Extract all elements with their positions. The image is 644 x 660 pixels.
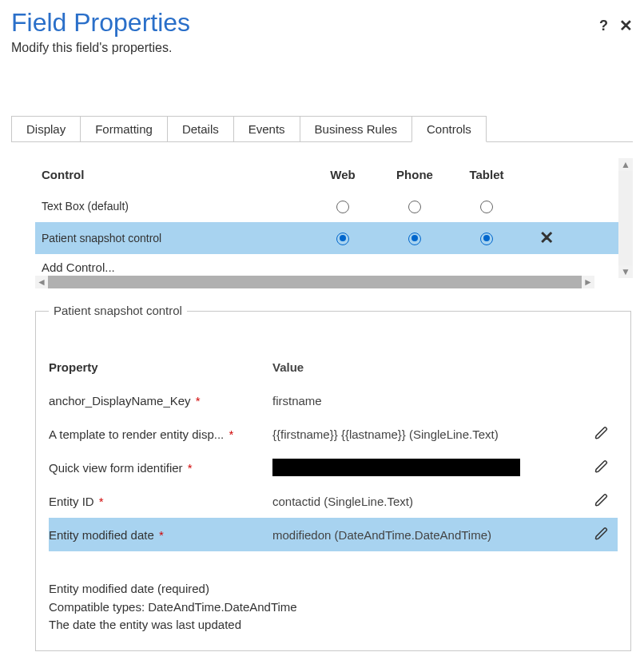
remove-control-icon[interactable]: ✕	[523, 228, 570, 248]
scroll-right-icon[interactable]: ►	[582, 276, 594, 288]
fieldset-legend: Patient snapshot control	[49, 304, 187, 317]
tab-formatting[interactable]: Formatting	[80, 116, 168, 141]
redacted-value	[272, 459, 520, 476]
required-indicator: *	[193, 394, 201, 408]
control-row[interactable]: Text Box (default)	[35, 190, 631, 222]
col-phone: Phone	[379, 168, 451, 181]
property-value: contactid (SingleLine.Text)	[272, 495, 586, 508]
radio-phone[interactable]	[408, 233, 421, 245]
required-indicator: *	[156, 528, 164, 542]
hint-line2: Compatible types: DateAndTime.DateAndTim…	[49, 598, 618, 617]
horizontal-scrollbar[interactable]: ◄ ►	[35, 276, 594, 288]
property-label: anchor_DisplayName_Key *	[49, 394, 272, 408]
col-web: Web	[307, 168, 379, 181]
tab-controls[interactable]: Controls	[411, 116, 487, 142]
hint-line3: The date the entity was last updated	[49, 616, 618, 634]
page-subtitle: Modify this field's properties.	[11, 41, 190, 55]
pencil-icon[interactable]	[594, 497, 609, 510]
add-control-link[interactable]: Add Control...	[35, 254, 631, 274]
property-value: modifiedon (DateAndTime.DateAndTime)	[272, 528, 586, 542]
col-value: Value	[272, 360, 586, 374]
property-value: {{firstname}} {{lastname}} (SingleLine.T…	[272, 427, 586, 441]
required-indicator: *	[185, 461, 193, 475]
col-tablet: Tablet	[451, 168, 523, 181]
property-row[interactable]: Entity ID *contactid (SingleLine.Text)	[49, 484, 618, 518]
col-property: Property	[49, 360, 272, 374]
tab-details[interactable]: Details	[167, 116, 234, 141]
radio-tablet[interactable]	[480, 233, 493, 245]
tab-display[interactable]: Display	[11, 116, 81, 141]
scroll-track-h[interactable]	[48, 276, 582, 288]
hint-line1: Entity modified date (required)	[49, 580, 618, 598]
property-value: firstname	[272, 394, 586, 408]
tabs: DisplayFormattingDetailsEventsBusiness R…	[11, 116, 633, 142]
pencil-icon[interactable]	[594, 531, 609, 543]
col-control: Control	[35, 168, 307, 181]
help-icon[interactable]: ?	[599, 18, 608, 34]
radio-web[interactable]	[336, 233, 349, 245]
control-name: Patient snapshot control	[35, 232, 307, 245]
radio-phone[interactable]	[408, 201, 421, 213]
property-label: A template to render entity disp... *	[49, 427, 272, 441]
radio-web[interactable]	[336, 201, 349, 213]
pencil-icon[interactable]	[594, 463, 609, 476]
pencil-icon[interactable]	[594, 430, 609, 443]
vertical-scrollbar[interactable]: ▲ ▼	[618, 158, 633, 278]
property-row[interactable]: A template to render entity disp... *{{f…	[49, 417, 618, 451]
property-row[interactable]: anchor_DisplayName_Key *firstname	[49, 384, 618, 417]
property-row[interactable]: Quick view form identifier *	[49, 451, 618, 484]
property-fieldset: Patient snapshot control Property Value …	[35, 311, 631, 651]
close-icon[interactable]: ✕	[619, 16, 633, 35]
tab-business-rules[interactable]: Business Rules	[300, 116, 412, 141]
control-name: Text Box (default)	[35, 200, 307, 213]
tab-events[interactable]: Events	[233, 116, 300, 141]
scroll-track[interactable]	[618, 171, 633, 265]
radio-tablet[interactable]	[480, 201, 493, 213]
property-value	[272, 459, 586, 476]
property-row[interactable]: Entity modified date *modifiedon (DateAn…	[49, 518, 618, 551]
control-row[interactable]: Patient snapshot control✕	[35, 222, 631, 254]
scroll-left-icon[interactable]: ◄	[35, 276, 48, 288]
property-label: Entity ID *	[49, 495, 272, 508]
scroll-down-icon[interactable]: ▼	[618, 265, 633, 278]
required-indicator: *	[225, 427, 233, 441]
required-indicator: *	[96, 495, 104, 508]
property-label: Quick view form identifier *	[49, 461, 272, 475]
scroll-up-icon[interactable]: ▲	[618, 158, 633, 171]
page-title: Field Properties	[11, 8, 190, 38]
property-label: Entity modified date *	[49, 528, 272, 542]
